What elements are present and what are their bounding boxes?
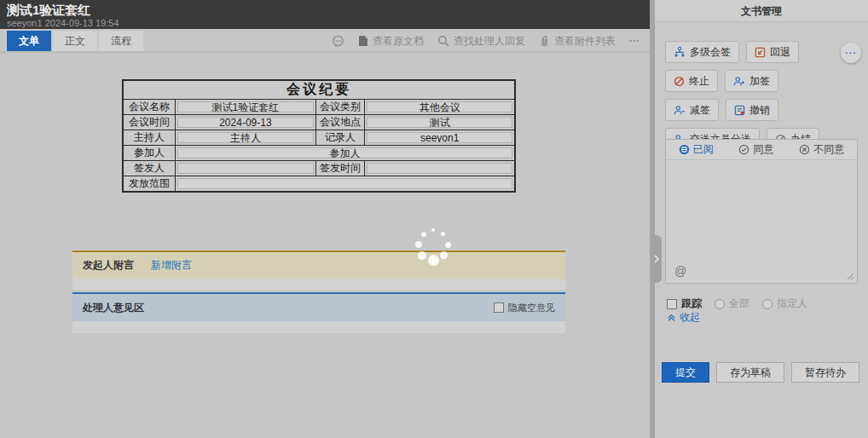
track-assignee-label: 指定人 <box>777 297 807 311</box>
document-management-sidebar: 文书管理 多级会签 回退 终止 加签 减签 <box>655 0 868 438</box>
track-assignee-radio[interactable] <box>762 299 773 309</box>
chevron-right-icon <box>654 255 659 263</box>
track-row: 跟踪 全部 指定人 <box>667 297 807 311</box>
scope-field[interactable] <box>177 178 512 189</box>
add-sign-button[interactable]: 加签 <box>725 70 778 92</box>
rollback-button[interactable]: 回退 <box>746 41 799 63</box>
tabrow-shadow <box>0 51 650 55</box>
meeting-minutes-table: 会议纪要 会议名称 测试1验证套红 会议类别 其他会议 会议时间 2024-09… <box>122 79 516 193</box>
opinion-area-body <box>72 321 565 333</box>
scope-label: 发放范围 <box>123 176 176 193</box>
save-draft-button[interactable]: 存为草稿 <box>716 362 784 383</box>
meeting-type-label: 会议类别 <box>315 100 365 115</box>
sidebar-collapse-handle[interactable] <box>651 235 662 283</box>
remove-sign-button[interactable]: 减签 <box>665 99 719 121</box>
toolbar-more-button[interactable]: ··· <box>629 35 639 47</box>
host-label: 主持人 <box>123 130 176 146</box>
recorder-label: 记录人 <box>315 130 365 146</box>
host-field[interactable]: 主持人 <box>177 132 313 143</box>
check-circle-icon <box>738 144 749 155</box>
add-note-link[interactable]: 新增附言 <box>151 258 192 273</box>
quick-reply-agree[interactable]: 同意 <box>738 142 773 157</box>
document-panel: 测试1验证套红 seeyon1 2024-09-13 19:54 文单 正文 流… <box>0 0 650 438</box>
sender-note-section: 发起人附言 新增附言 <box>72 251 565 279</box>
doc-toolbar: 查看原文档 查找处理人回复 查看附件列表 ··· <box>332 31 639 51</box>
opinion-area-title: 处理人意见区 <box>83 301 144 315</box>
meeting-place-field[interactable]: 测试 <box>367 117 512 128</box>
step-back-icon <box>755 47 766 58</box>
recorder-field[interactable]: seeyon1 <box>367 132 512 143</box>
doc-meta: seeyon1 2024-09-13 19:54 <box>7 18 119 28</box>
collapse-link[interactable]: 收起 <box>667 310 700 325</box>
at-mention-button[interactable]: @ <box>674 264 686 278</box>
tab-flow[interactable]: 流程 <box>99 31 143 51</box>
quick-reply-bar: 已阅 同意 不同意 <box>666 140 857 160</box>
view-original-button[interactable]: 查看原文档 <box>358 34 424 49</box>
doc-header: 测试1验证套红 seeyon1 2024-09-13 19:54 <box>0 0 650 29</box>
resize-handle[interactable] <box>847 273 854 280</box>
tab-form[interactable]: 文单 <box>7 31 51 51</box>
sidebar-title: 文书管理 <box>655 0 868 22</box>
track-checkbox[interactable] <box>667 299 677 309</box>
track-all-label: 全部 <box>729 297 749 311</box>
meeting-time-label: 会议时间 <box>123 115 176 130</box>
quick-reply-read[interactable]: 已阅 <box>679 142 714 157</box>
terminate-button[interactable]: 终止 <box>665 70 718 92</box>
loading-spinner <box>414 227 452 264</box>
issue-time-label: 签发时间 <box>315 161 365 176</box>
comment-bubble-icon[interactable] <box>332 35 344 48</box>
search-icon <box>437 35 449 47</box>
x-circle-icon <box>799 144 810 155</box>
meeting-time-field[interactable]: 2024-09-13 <box>177 117 313 128</box>
meeting-type-field[interactable]: 其他会议 <box>367 101 512 112</box>
tab-body[interactable]: 正文 <box>53 31 97 51</box>
read-icon <box>679 144 690 155</box>
hide-empty-opinion-checkbox[interactable] <box>494 303 504 313</box>
submit-button[interactable]: 提交 <box>662 362 709 383</box>
paperclip-icon <box>539 35 550 47</box>
sender-note-body <box>72 279 565 290</box>
app: 测试1验证套红 seeyon1 2024-09-13 19:54 文单 正文 流… <box>0 0 868 438</box>
opinion-textarea[interactable]: @ <box>666 160 857 283</box>
footer-buttons: 提交 存为草稿 暂存待办 <box>662 362 859 383</box>
save-pending-button[interactable]: 暂存待办 <box>791 362 859 383</box>
doc-tabs: 文单 正文 流程 <box>7 31 143 51</box>
opinion-box: 已阅 同意 不同意 @ <box>665 139 858 284</box>
meeting-name-label: 会议名称 <box>123 100 176 115</box>
find-handler-reply-label: 查找处理人回复 <box>454 34 525 49</box>
track-all-radio[interactable] <box>715 299 725 309</box>
meeting-place-label: 会议地点 <box>315 115 365 130</box>
sender-note-title: 发起人附言 <box>83 258 134 273</box>
document-icon <box>358 35 368 47</box>
double-chevron-up-icon <box>667 313 676 322</box>
org-sign-icon <box>674 46 686 58</box>
opinion-area-section: 处理人意见区 隐藏空意见 <box>72 292 565 321</box>
hide-empty-opinion-label: 隐藏空意见 <box>508 302 555 314</box>
participants-label: 参加人 <box>123 146 176 161</box>
collapse-label: 收起 <box>680 310 700 325</box>
participants-field[interactable]: 参加人 <box>177 147 512 158</box>
person-minus-icon <box>674 105 686 116</box>
view-attachment-list-label: 查看附件列表 <box>554 34 616 49</box>
meeting-name-field[interactable]: 测试1验证套红 <box>177 101 313 112</box>
revoke-button[interactable]: 撤销 <box>726 99 778 121</box>
multi-level-countersign-button[interactable]: 多级会签 <box>665 41 739 63</box>
quick-reply-disagree[interactable]: 不同意 <box>799 142 844 157</box>
person-add-icon <box>733 76 745 87</box>
form-title: 会议纪要 <box>123 80 515 100</box>
track-label: 跟踪 <box>681 297 702 311</box>
issuer-field[interactable] <box>177 163 313 174</box>
find-handler-reply-button[interactable]: 查找处理人回复 <box>437 34 525 49</box>
more-actions-button[interactable]: ··· <box>841 43 861 63</box>
hide-empty-opinion-control[interactable]: 隐藏空意见 <box>494 302 555 314</box>
page-title: 测试1验证套红 <box>7 3 90 19</box>
prohibit-icon <box>674 76 685 87</box>
revoke-icon <box>734 105 745 116</box>
view-original-label: 查看原文档 <box>373 34 424 49</box>
issue-time-field[interactable] <box>367 163 512 174</box>
view-attachment-list-button[interactable]: 查看附件列表 <box>539 34 616 49</box>
issuer-label: 签发人 <box>123 161 176 176</box>
